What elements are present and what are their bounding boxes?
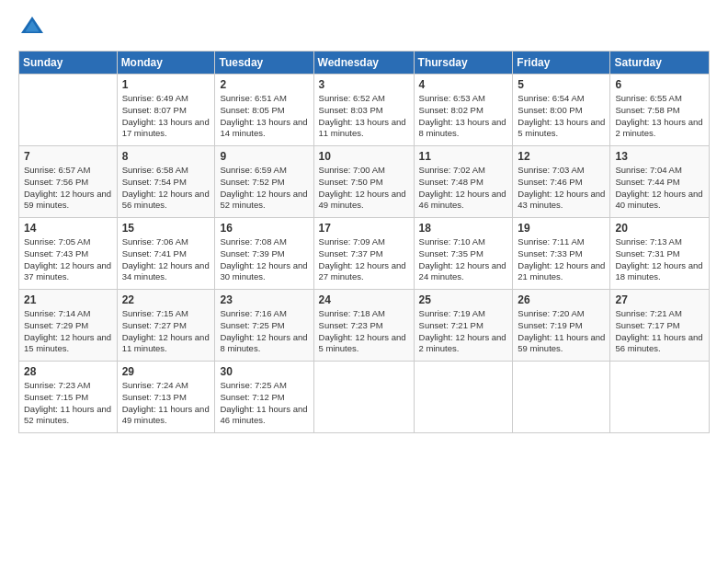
day-number: 25 [419, 293, 508, 306]
day-cell: 8Sunrise: 6:58 AM Sunset: 7:54 PM Daylig… [117, 146, 215, 218]
week-row-2: 7Sunrise: 6:57 AM Sunset: 7:56 PM Daylig… [19, 146, 710, 218]
day-cell: 25Sunrise: 7:19 AM Sunset: 7:21 PM Dayli… [414, 290, 513, 362]
day-cell: 27Sunrise: 7:21 AM Sunset: 7:17 PM Dayli… [610, 290, 710, 362]
page: SundayMondayTuesdayWednesdayThursdayFrid… [0, 0, 728, 563]
day-cell: 17Sunrise: 7:09 AM Sunset: 7:37 PM Dayli… [313, 218, 414, 290]
day-info: Sunrise: 6:51 AM Sunset: 8:05 PM Dayligh… [220, 93, 308, 140]
day-number: 20 [615, 222, 704, 235]
day-number: 29 [122, 365, 210, 378]
day-cell: 16Sunrise: 7:08 AM Sunset: 7:39 PM Dayli… [215, 218, 313, 290]
day-number: 26 [518, 293, 605, 306]
day-cell: 19Sunrise: 7:11 AM Sunset: 7:33 PM Dayli… [513, 218, 610, 290]
day-number: 3 [319, 78, 409, 91]
day-info: Sunrise: 7:20 AM Sunset: 7:19 PM Dayligh… [518, 308, 605, 355]
day-cell: 20Sunrise: 7:13 AM Sunset: 7:31 PM Dayli… [610, 218, 710, 290]
day-cell: 12Sunrise: 7:03 AM Sunset: 7:46 PM Dayli… [513, 146, 610, 218]
day-cell: 18Sunrise: 7:10 AM Sunset: 7:35 PM Dayli… [414, 218, 513, 290]
day-number: 12 [518, 150, 605, 163]
day-info: Sunrise: 6:53 AM Sunset: 8:02 PM Dayligh… [419, 93, 508, 140]
day-cell: 11Sunrise: 7:02 AM Sunset: 7:48 PM Dayli… [414, 146, 513, 218]
header-tuesday: Tuesday [215, 52, 313, 75]
day-number: 21 [24, 293, 112, 306]
day-info: Sunrise: 7:08 AM Sunset: 7:39 PM Dayligh… [220, 236, 308, 283]
day-number: 5 [518, 78, 605, 91]
logo [18, 14, 50, 41]
header-friday: Friday [513, 52, 610, 75]
day-info: Sunrise: 6:54 AM Sunset: 8:00 PM Dayligh… [518, 93, 605, 140]
day-info: Sunrise: 6:58 AM Sunset: 7:54 PM Dayligh… [122, 165, 210, 212]
day-info: Sunrise: 7:18 AM Sunset: 7:23 PM Dayligh… [319, 308, 409, 355]
header-sunday: Sunday [19, 52, 118, 75]
day-info: Sunrise: 7:10 AM Sunset: 7:35 PM Dayligh… [419, 236, 508, 283]
day-cell: 7Sunrise: 6:57 AM Sunset: 7:56 PM Daylig… [19, 146, 118, 218]
day-cell: 4Sunrise: 6:53 AM Sunset: 8:02 PM Daylig… [414, 75, 513, 146]
day-cell: 2Sunrise: 6:51 AM Sunset: 8:05 PM Daylig… [215, 75, 313, 146]
day-cell: 29Sunrise: 7:24 AM Sunset: 7:13 PM Dayli… [117, 362, 215, 433]
day-number: 17 [319, 222, 409, 235]
day-info: Sunrise: 6:59 AM Sunset: 7:52 PM Dayligh… [220, 165, 308, 212]
day-number: 18 [419, 222, 508, 235]
day-cell: 3Sunrise: 6:52 AM Sunset: 8:03 PM Daylig… [313, 75, 414, 146]
day-cell: 14Sunrise: 7:05 AM Sunset: 7:43 PM Dayli… [19, 218, 118, 290]
day-number: 22 [122, 293, 210, 306]
day-number: 14 [24, 222, 112, 235]
week-row-5: 28Sunrise: 7:23 AM Sunset: 7:15 PM Dayli… [19, 362, 710, 433]
day-info: Sunrise: 7:16 AM Sunset: 7:25 PM Dayligh… [220, 308, 308, 355]
day-cell: 9Sunrise: 6:59 AM Sunset: 7:52 PM Daylig… [215, 146, 313, 218]
day-number: 16 [220, 222, 308, 235]
day-cell [610, 362, 710, 433]
day-info: Sunrise: 7:19 AM Sunset: 7:21 PM Dayligh… [419, 308, 508, 355]
logo-icon [18, 14, 46, 41]
header-saturday: Saturday [610, 52, 710, 75]
day-info: Sunrise: 7:13 AM Sunset: 7:31 PM Dayligh… [615, 236, 704, 283]
day-number: 2 [220, 78, 308, 91]
day-info: Sunrise: 7:21 AM Sunset: 7:17 PM Dayligh… [615, 308, 704, 355]
day-cell: 23Sunrise: 7:16 AM Sunset: 7:25 PM Dayli… [215, 290, 313, 362]
day-cell: 1Sunrise: 6:49 AM Sunset: 8:07 PM Daylig… [117, 75, 215, 146]
day-number: 15 [122, 222, 210, 235]
header-wednesday: Wednesday [313, 52, 414, 75]
day-info: Sunrise: 7:14 AM Sunset: 7:29 PM Dayligh… [24, 308, 112, 355]
day-cell: 15Sunrise: 7:06 AM Sunset: 7:41 PM Dayli… [117, 218, 215, 290]
day-number: 30 [220, 365, 308, 378]
day-info: Sunrise: 7:00 AM Sunset: 7:50 PM Dayligh… [319, 165, 409, 212]
day-number: 19 [518, 222, 605, 235]
day-number: 11 [419, 150, 508, 163]
day-number: 9 [220, 150, 308, 163]
day-info: Sunrise: 7:25 AM Sunset: 7:12 PM Dayligh… [220, 380, 308, 427]
day-cell [313, 362, 414, 433]
header-row: SundayMondayTuesdayWednesdayThursdayFrid… [19, 52, 710, 75]
day-info: Sunrise: 6:57 AM Sunset: 7:56 PM Dayligh… [24, 165, 112, 212]
day-number: 8 [122, 150, 210, 163]
day-cell: 28Sunrise: 7:23 AM Sunset: 7:15 PM Dayli… [19, 362, 118, 433]
day-cell [19, 75, 118, 146]
day-info: Sunrise: 7:02 AM Sunset: 7:48 PM Dayligh… [419, 165, 508, 212]
day-info: Sunrise: 6:49 AM Sunset: 8:07 PM Dayligh… [122, 93, 210, 140]
day-number: 24 [319, 293, 409, 306]
day-info: Sunrise: 7:11 AM Sunset: 7:33 PM Dayligh… [518, 236, 605, 283]
week-row-4: 21Sunrise: 7:14 AM Sunset: 7:29 PM Dayli… [19, 290, 710, 362]
day-number: 23 [220, 293, 308, 306]
day-number: 7 [24, 150, 112, 163]
day-number: 6 [615, 78, 704, 91]
header-thursday: Thursday [414, 52, 513, 75]
day-info: Sunrise: 7:24 AM Sunset: 7:13 PM Dayligh… [122, 380, 210, 427]
day-info: Sunrise: 7:15 AM Sunset: 7:27 PM Dayligh… [122, 308, 210, 355]
day-info: Sunrise: 6:52 AM Sunset: 8:03 PM Dayligh… [319, 93, 409, 140]
day-number: 27 [615, 293, 704, 306]
day-cell: 21Sunrise: 7:14 AM Sunset: 7:29 PM Dayli… [19, 290, 118, 362]
day-cell: 10Sunrise: 7:00 AM Sunset: 7:50 PM Dayli… [313, 146, 414, 218]
week-row-1: 1Sunrise: 6:49 AM Sunset: 8:07 PM Daylig… [19, 75, 710, 146]
day-cell: 6Sunrise: 6:55 AM Sunset: 7:58 PM Daylig… [610, 75, 710, 146]
header [18, 14, 710, 41]
day-info: Sunrise: 7:09 AM Sunset: 7:37 PM Dayligh… [319, 236, 409, 283]
day-number: 1 [122, 78, 210, 91]
day-cell: 22Sunrise: 7:15 AM Sunset: 7:27 PM Dayli… [117, 290, 215, 362]
day-number: 4 [419, 78, 508, 91]
day-info: Sunrise: 7:04 AM Sunset: 7:44 PM Dayligh… [615, 165, 704, 212]
day-cell [513, 362, 610, 433]
day-info: Sunrise: 7:05 AM Sunset: 7:43 PM Dayligh… [24, 236, 112, 283]
day-cell: 30Sunrise: 7:25 AM Sunset: 7:12 PM Dayli… [215, 362, 313, 433]
day-cell: 13Sunrise: 7:04 AM Sunset: 7:44 PM Dayli… [610, 146, 710, 218]
day-cell: 24Sunrise: 7:18 AM Sunset: 7:23 PM Dayli… [313, 290, 414, 362]
